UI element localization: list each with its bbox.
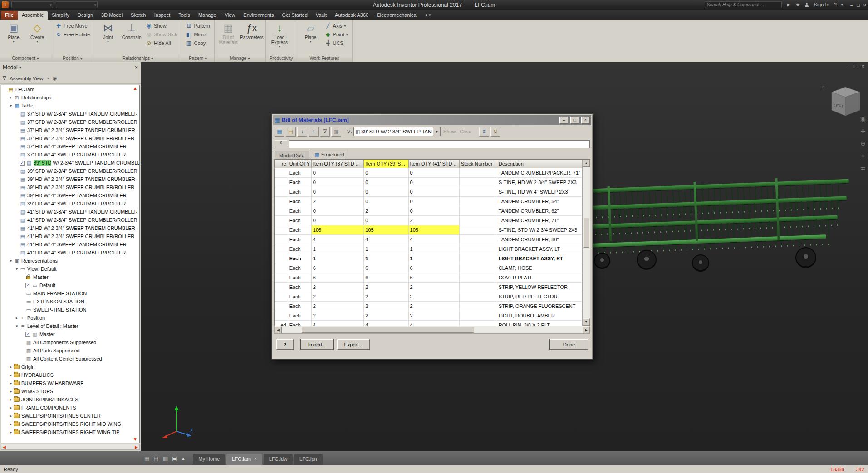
bom-row[interactable]: Each000TANDEM CRUMBLER/PACKER, 71" <box>275 168 582 177</box>
bill-of-materials-button[interactable]: ▦Bill of Materials <box>217 21 240 45</box>
expander-icon[interactable]: ▸ <box>8 381 14 385</box>
bom-row[interactable]: Each111LIGHT BRACKET ASSY, LT <box>275 244 582 254</box>
ribbon-tab-get-started[interactable]: Get Started <box>278 11 312 20</box>
bom-column-header-stock-number[interactable]: Stock Number <box>459 160 497 168</box>
tree-item-view-default[interactable]: ▾▭View: Default <box>1 265 139 273</box>
mirror-button[interactable]: ◧Mirror <box>184 30 211 39</box>
tree-item-lfc-iam[interactable]: ▤LFC.iam <box>1 85 139 93</box>
bom-maximize-button[interactable]: □ <box>570 117 579 124</box>
find-icon[interactable]: ◉ <box>53 76 57 81</box>
tree-item-origin[interactable]: ▸Origin <box>1 363 139 371</box>
ribbon-tab-autodesk-a360[interactable]: Autodesk A360 <box>331 11 373 20</box>
bom-row[interactable]: Each000S-TINE, HD W/ 4" SWEEP 2X3 <box>275 187 582 196</box>
doc-tab-lfc-idw[interactable]: LFC.idw <box>264 454 293 465</box>
help-button[interactable]: ? <box>276 339 294 350</box>
chevron-down-icon[interactable]: ▾ <box>20 66 21 70</box>
tree-item-41-std-w-2-3-4-sweep-tandem-crumbler[interactable]: ▤41' STD W/ 2-3/4" SWEEP TANDEM CRUMBLER <box>1 208 139 216</box>
create-button[interactable]: ◇Create▾ <box>26 21 49 44</box>
filter-icon[interactable]: ∇ <box>3 76 6 81</box>
tree-item-main-frame-station[interactable]: ▭MAIN FRAME STATION <box>1 289 139 297</box>
tree-item-relationships[interactable]: ▸⊞Relationships <box>1 93 139 102</box>
columns-icon[interactable]: ▣ <box>172 455 177 462</box>
copy-button[interactable]: ▥Copy <box>184 39 211 47</box>
collapse-icon[interactable]: ▲ <box>181 456 185 461</box>
tree-item-37-hd-w-2-3-4-sweep-crumbler-roller[interactable]: ▤37' HD W/ 2-3/4" SWEEP CRUMBLER/ROLLER <box>1 134 139 142</box>
bom-row[interactable]: Each111LIGHT BRACKET ASSY, RT <box>275 254 582 263</box>
show-sick-button[interactable]: ◎Show Sick <box>144 30 179 39</box>
show-button[interactable]: ◉Show <box>144 22 179 30</box>
page-edit-icon[interactable]: ▤ <box>286 127 296 137</box>
tree-item-sweeps-points-tines-center[interactable]: ▸SWEEPS/POINTS/TINES CENTER <box>1 412 139 420</box>
tree-item-41-hd-w-2-3-4-sweep-crumbler-roller[interactable]: ▤41' HD W/ 2-3/4" SWEEP CRUMBLER/ROLLER <box>1 232 139 240</box>
tree-item-41-hd-w-4-sweep-crumbler-roller[interactable]: ▤41' HD W/ 4" SWEEP CRUMBLER/ROLLER <box>1 249 139 257</box>
export-button[interactable]: Export... <box>337 339 370 350</box>
tree-item-all-parts-suppressed[interactable]: ▥All Parts Suppressed <box>1 346 139 355</box>
help-icon[interactable]: ? <box>834 2 837 7</box>
scroll-right-icon[interactable]: ▶ <box>135 445 138 449</box>
tree-item-sweeps-points-tines-right-mid-wing[interactable]: ▸SWEEPS/POINTS/TINES RIGHT MID WING <box>1 420 139 428</box>
bom-row[interactable]: Each222STRIP, RED REFLECTOR <box>275 292 582 301</box>
sign-in-button[interactable]: Sign In <box>814 2 829 7</box>
tree-item-39-std-w-2-3-4-sweep-crumbler-roller[interactable]: ▤39' STD W/ 2-3/4" SWEEP CRUMBLER/ROLLER <box>1 167 139 175</box>
bom-row[interactable]: Each002TANDEM CRUMBLER, 71" <box>275 215 582 225</box>
ribbon-tab-simplify[interactable]: Simplify <box>48 11 74 20</box>
ribbon-tab-environments[interactable]: Environments <box>239 11 278 20</box>
ribbon-tab-assemble[interactable]: Assemble <box>18 11 48 20</box>
appearance-combo[interactable]: ▾ <box>56 1 98 8</box>
app-icon[interactable]: I <box>2 1 9 8</box>
scroll-down-icon[interactable]: ▼ <box>133 437 137 442</box>
import-button[interactable]: Import... <box>301 339 333 350</box>
ui-options-button[interactable]: ● ▾ <box>425 13 431 20</box>
bom-row[interactable]: Each020TANDEM CRUMBLER, 62" <box>275 206 582 215</box>
bom-column-header-item-qty-37-std[interactable]: Item QTY (37 STD ... <box>311 160 363 168</box>
chevron-down-icon[interactable]: ▼ <box>433 127 440 136</box>
tree-item-all-content-center-suppressed[interactable]: ▥All Content Center Suppressed <box>1 355 139 363</box>
tree-item-hydraulics[interactable]: ▸HYDRAULICS <box>1 371 139 379</box>
tree-item-37-std-w-2-3-4-sweep-crumbler-roller[interactable]: ▤37' STD W/ 2-3/4" SWEEP CRUMBLER/ROLLER <box>1 118 139 126</box>
done-button[interactable]: Done <box>550 339 588 350</box>
ribbon-panel-label-manage[interactable]: Manage ▾ <box>215 55 265 62</box>
bom-column-header-item-qty-39-s[interactable]: Item QTY (39' S... <box>364 160 408 168</box>
axis-button[interactable]: ╱Axis▾ <box>323 22 350 30</box>
bom-row[interactable]: Each444TANDEM CRUMBLER, 80" <box>275 234 582 244</box>
ribbon-panel-label-relationships[interactable]: Relationships ▾ <box>94 55 181 62</box>
bom-row[interactable]: Each666CLAMP, HOSE <box>275 263 582 273</box>
bom-row[interactable]: Each105105105S-TINE, STD W/ 2 3/4 SWEEP … <box>275 225 582 234</box>
bom-horizontal-scrollbar[interactable]: ◀ ▶ <box>274 326 590 334</box>
sort-asc-icon[interactable]: ↓ <box>297 127 307 137</box>
checkbox-checked-icon[interactable]: ✓ <box>20 161 25 166</box>
scroll-up-icon[interactable]: ▲ <box>133 86 137 91</box>
expander-icon[interactable]: ▸ <box>8 397 14 402</box>
expander-icon[interactable]: ▾ <box>14 324 20 328</box>
ribbon-panel-label-productivity[interactable]: Productivity <box>266 55 297 62</box>
list-icon[interactable]: ▥ <box>163 455 168 462</box>
browser-close-icon[interactable]: × <box>135 64 138 71</box>
bom-column-header-re[interactable]: re <box>275 160 288 168</box>
bom-dialog-titlebar[interactable]: ▦ Bill of Materials [LFC.iam] – □ × <box>273 115 591 125</box>
tree-item-39-hd-w-4-sweep-tandem-crumbler[interactable]: ▤39' HD W/ 4" SWEEP TANDEM CRUMBLER <box>1 191 139 200</box>
ribbon-tab-design[interactable]: Design <box>74 11 97 20</box>
scroll-left-icon[interactable]: ◀ <box>3 445 6 449</box>
bom-close-button[interactable]: × <box>581 117 590 124</box>
tree-item-joints-pins-linkages[interactable]: ▸JOINTS/PINS/LINKAGES <box>1 395 139 404</box>
tree-item-wing-stops[interactable]: ▸WING STOPS <box>1 387 139 395</box>
tree-item-37-std-w-2-3-4-sweep-tandem-crumbler[interactable]: ▤37' STD W/ 2-3/4" SWEEP TANDEM CRUMBLER <box>1 110 139 118</box>
ribbon-panel-label-position[interactable]: Position ▾ <box>51 55 94 62</box>
bom-grid[interactable]: reUnit QTYItem QTY (37 STD ...Item QTY (… <box>275 160 582 326</box>
doc-tab-lfc-ipn[interactable]: LFC.ipn <box>294 454 323 465</box>
tile-icon[interactable]: ▤ <box>153 455 158 462</box>
ribbon-tab-electromechanical[interactable]: Electromechanical <box>373 11 422 20</box>
tree-item-sweeps-points-tines-right-wing-tip[interactable]: ▸SWEEPS/POINTS/TINES RIGHT WING TIP <box>1 428 139 436</box>
renumber-icon[interactable]: ↻ <box>490 127 500 137</box>
ribbon-tab-inspect[interactable]: Inspect <box>150 11 174 20</box>
ribbon-tab-view[interactable]: View <box>221 11 240 20</box>
joint-button[interactable]: ⋈Joint▾ <box>97 21 119 44</box>
doc-close-icon[interactable]: × <box>862 63 864 69</box>
bom-column-header-item-qty-41-std[interactable]: Item QTY (41' STD ... <box>408 160 459 168</box>
expander-icon[interactable]: ▸ <box>8 405 14 410</box>
tree-item-39-hd-w-4-sweep-crumbler-roller[interactable]: ▤39' HD W/ 4" SWEEP CRUMBLER/ROLLER <box>1 200 139 208</box>
view-cube[interactable]: ⌂ LEFT <box>821 81 864 121</box>
bom-row[interactable]: Each666COVER PLATE <box>275 273 582 282</box>
tree-item-extension-station[interactable]: ▭EXTENSION STATION <box>1 297 139 306</box>
ribbon-tab-tools[interactable]: Tools <box>174 11 194 20</box>
